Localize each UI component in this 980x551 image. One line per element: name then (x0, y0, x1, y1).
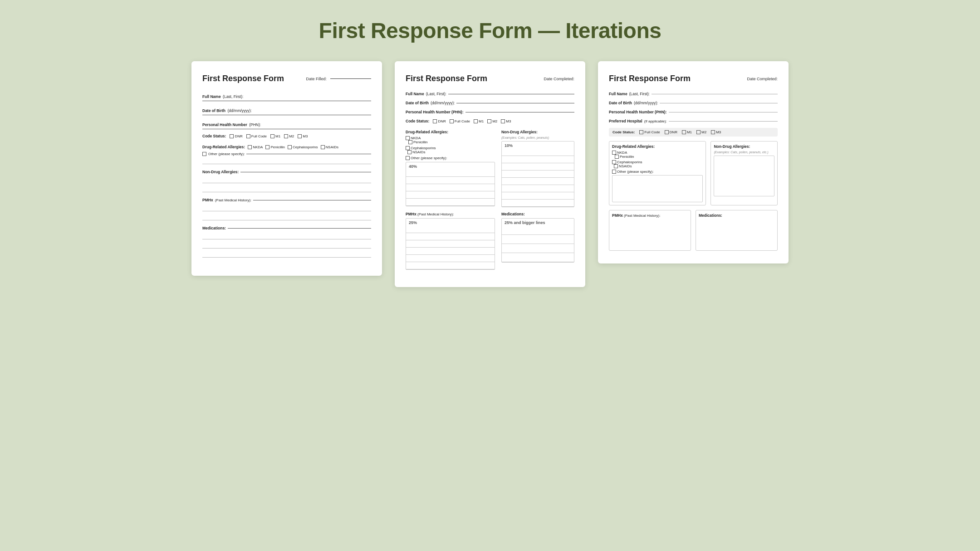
form1-dob-line (202, 115, 371, 115)
form1-fullname-row: Full Name (Last, First): (202, 92, 371, 101)
form2-medications-box: 25% and bigger lines (501, 218, 574, 263)
form1-fullcode: Full Code (246, 134, 267, 138)
form2-drug-allergy: Drug-Related Allergies: NKDA Penicillin … (406, 130, 495, 207)
form1-m2-box[interactable] (284, 134, 288, 138)
form1-m2: M2 (284, 134, 294, 138)
form2-pmhx-box: 25% (406, 218, 495, 270)
form3-code-status: Code Status: Full Code DNR M1 M2 M3 (609, 128, 778, 137)
form3-drug-allergy: Drug-Related Allergies: NKDA Penicillin … (609, 141, 706, 205)
form3-title: First Response Form (609, 74, 691, 83)
form3-pmhx-section: PMHx (Past Medical History): Medications… (609, 210, 778, 251)
form1-drug-allergy: Drug-Related Allergies: NKDA Penicillin … (202, 145, 371, 164)
form2-date-label: Date Completed: (544, 77, 574, 81)
form1-cephalo: Cephalosporins (288, 145, 318, 149)
form2-allergy-section: Drug-Related Allergies: NKDA Penicillin … (406, 130, 574, 207)
form1-fullcode-box[interactable] (246, 134, 250, 138)
form3-medications: Medications: (696, 210, 778, 251)
form1-dnr-box[interactable] (230, 134, 234, 138)
form-card-3: First Response Form Date Completed: Full… (598, 61, 789, 263)
form3-non-drug-allergy: Non-Drug Allergies: (Examples: Cats, pol… (710, 141, 778, 205)
form2-non-drug-allergy: Non-Drug Allergies: (Examples: Cats, pol… (501, 130, 574, 207)
form1-date-label: Date Filled: (306, 77, 371, 81)
form2-pmhx-section: PMHx (Past Medical History): 25% Medicat… (406, 212, 574, 270)
form1-nkda: NKDA (248, 145, 263, 149)
form2-phn-row: Personal Health Number (PHN): (406, 110, 574, 114)
form1-code-status: Code Status: DNR Full Code M1 M2 M3 (202, 134, 371, 138)
form3-hospital-row: Preferred Hospital (If applicable): (609, 119, 778, 123)
form1-m1: M1 (270, 134, 280, 138)
form1-nsaids: NSAIDs (321, 145, 338, 149)
form3-dob-row: Date of Birth (dd/mm/yyyy): (609, 101, 778, 105)
form2-header: First Response Form Date Completed: (406, 74, 574, 83)
form1-fullname-line (202, 101, 371, 101)
form2-non-drug-allergy-box: 10% (501, 141, 574, 207)
form1-title: First Response Form (202, 74, 284, 83)
form2-drug-allergy-box: 40% (406, 162, 495, 206)
form3-date-label: Date Completed: (747, 77, 778, 81)
form2-medications: Medications: 25% and bigger lines (501, 212, 574, 270)
form3-allergy-section: Drug-Related Allergies: NKDA Penicillin … (609, 141, 778, 205)
form1-m3-box[interactable] (298, 134, 302, 138)
page-title: First Response Form — Iterations (319, 18, 662, 43)
form2-title: First Response Form (406, 74, 487, 83)
form1-m1-box[interactable] (270, 134, 274, 138)
forms-container: First Response Form Date Filled: Full Na… (172, 61, 808, 287)
form1-penicillin: Penicillin (265, 145, 285, 149)
form1-other-checkbox (202, 152, 206, 156)
form-card-1: First Response Form Date Filled: Full Na… (191, 61, 382, 276)
form1-dob-row: Date of Birth (dd/mm/yyyy): (202, 106, 371, 115)
form1-medications: Medications: (202, 226, 371, 258)
form1-phn-row: Personal Health Number (PHN): (202, 120, 371, 129)
form2-code-status: Code Status: DNR Full Code M1 M2 M3 (406, 119, 574, 123)
form1-m3: M3 (298, 134, 308, 138)
form3-header: First Response Form Date Completed: (609, 74, 778, 83)
form1-phn-line (202, 129, 371, 129)
form3-fullname-row: Full Name (Last, First): (609, 92, 778, 96)
form-card-2: First Response Form Date Completed: Full… (395, 61, 585, 287)
form3-drug-allergy-text-box (612, 175, 703, 202)
form2-fullname-row: Full Name (Last, First): (406, 92, 574, 96)
form1-pmhx: PMHx (Past Medical History): (202, 198, 371, 220)
form1-non-drug-allergy: Non-Drug Allergies: (202, 170, 371, 192)
form1-dnr: DNR (230, 134, 242, 138)
form3-non-drug-allergy-text-box (714, 156, 774, 196)
form3-pmhx: PMHx (Past Medical History): (609, 210, 691, 251)
form2-pmhx: PMHx (Past Medical History): 25% (406, 212, 495, 270)
form3-phn-row: Personal Health Number (PHN): (609, 110, 778, 114)
form1-date-line (330, 78, 371, 79)
form1-header: First Response Form Date Filled: (202, 74, 371, 83)
form2-dob-row: Date of Birth (dd/mm/yyyy): (406, 101, 574, 105)
